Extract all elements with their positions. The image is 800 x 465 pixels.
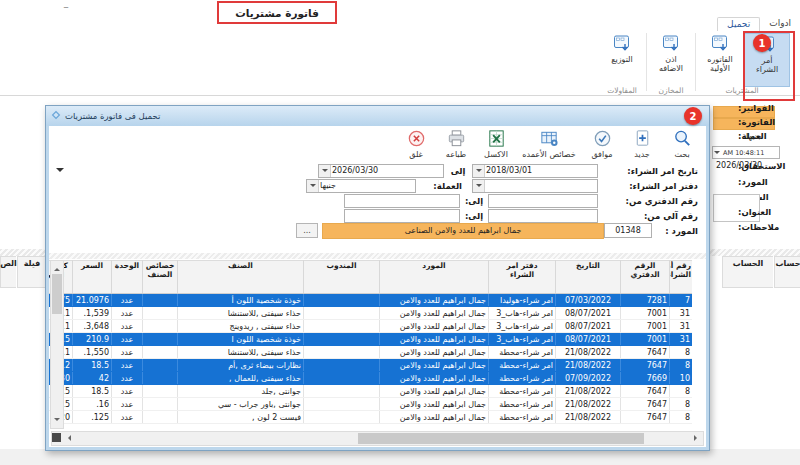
cell-unit[interactable]: عدد — [112, 346, 143, 359]
cell-date[interactable]: 07/03/2022 — [556, 294, 621, 307]
cell-book[interactable]: امر شراء-محطة — [489, 411, 556, 424]
cell-ledger_no[interactable]: 7647 — [621, 346, 670, 359]
col-book[interactable]: دفتر امرالشراء — [489, 261, 556, 294]
cell-book[interactable]: امر شراء-محطة — [489, 372, 556, 385]
cell-rep[interactable] — [304, 385, 380, 398]
cell-price[interactable]: 16. — [73, 398, 112, 411]
cell-ledger_no[interactable]: 7001 — [621, 333, 670, 346]
cell-unit[interactable]: عدد — [112, 359, 143, 372]
distribution-button[interactable]: التوزيع — [600, 33, 644, 85]
table-row[interactable]: 31700108/07/2021امر شراء-هاب_3جمال ابراه… — [49, 320, 692, 333]
cell-book[interactable]: امر شراء-هاب_3 — [489, 333, 556, 346]
cell-book[interactable]: امر شراء-محطة — [489, 346, 556, 359]
excel-button[interactable]: الاكسل — [476, 128, 516, 164]
cell-supplier[interactable]: جمال ابراهيم للعدد والامن — [380, 372, 489, 385]
cell-price[interactable]: 42 — [73, 372, 112, 385]
initial-invoice-button[interactable]: الفاتوره الأولية — [698, 33, 742, 85]
cell-price[interactable]: 3,648. — [73, 320, 112, 333]
scroll-up-icon[interactable] — [54, 265, 60, 271]
cell-ledger_no[interactable]: 7281 — [621, 294, 670, 307]
col-rep[interactable]: المندوب — [304, 261, 380, 294]
cell-ledger_no[interactable]: 7001 — [621, 307, 670, 320]
add-permission-button[interactable]: اذن الاضافه — [649, 33, 693, 85]
cell-price[interactable]: 1,550. — [73, 346, 112, 359]
print-button[interactable]: طباعه — [436, 128, 476, 164]
cell-date[interactable]: 21/08/2022 — [556, 359, 621, 372]
cell-props[interactable] — [143, 359, 178, 372]
cell-supplier[interactable]: جمال ابراهيم للعدد والامن — [380, 320, 489, 333]
horizontal-scroll-thumb[interactable] — [358, 433, 644, 444]
cell-props[interactable] — [143, 333, 178, 346]
cell-item[interactable]: خوذة شخصية اللون أ — [178, 294, 304, 307]
cell-price[interactable]: 18.5 — [73, 359, 112, 372]
cell-item[interactable]: حذاء سيفتى ,للاستنشا — [178, 346, 304, 359]
cell-rep[interactable] — [304, 346, 380, 359]
scrollbar-grip[interactable] — [52, 433, 61, 442]
cell-rep[interactable] — [304, 294, 380, 307]
col-item[interactable]: الصنف — [178, 261, 304, 294]
scroll-down-icon[interactable] — [54, 418, 60, 424]
table-row[interactable]: 8764721/08/2022امر شراء-محطةجمال ابراهيم… — [49, 385, 692, 398]
cell-order_no[interactable]: 7 — [670, 294, 693, 307]
dialog-currency-combo[interactable]: جنيها — [306, 179, 416, 193]
cell-date[interactable]: 08/07/2021 — [556, 333, 621, 346]
cell-ledger_no[interactable]: 7669 — [621, 372, 670, 385]
cell-order_no[interactable]: 31 — [670, 320, 693, 333]
cell-date[interactable]: 21/08/2022 — [556, 346, 621, 359]
cell-order_no[interactable]: 8 — [670, 411, 693, 424]
cell-order_no[interactable]: 31 — [670, 333, 693, 346]
cell-unit[interactable]: عدد — [112, 320, 143, 333]
table-row[interactable]: 8764721/08/2022امر شراء-محطةجمال ابراهيم… — [49, 398, 692, 411]
dropdown-caret-icon[interactable] — [56, 168, 64, 176]
cell-book[interactable]: امر شراء-هوليدا — [489, 294, 556, 307]
cell-props[interactable] — [143, 411, 178, 424]
col-price[interactable]: السعر — [73, 261, 112, 294]
cell-book[interactable]: امر شراء-محطة — [489, 359, 556, 372]
cell-price[interactable]: 18.5 — [73, 385, 112, 398]
tab-tools[interactable]: ادوات — [760, 17, 800, 32]
cell-props[interactable] — [143, 307, 178, 320]
time-combo[interactable]: 10:48:11 AM — [712, 146, 780, 159]
cell-price[interactable]: 1,539. — [73, 307, 112, 320]
cell-supplier[interactable]: جمال ابراهيم للعدد والامن — [380, 333, 489, 346]
cell-ledger_no[interactable]: 7647 — [621, 398, 670, 411]
ledger-from-input[interactable] — [488, 194, 598, 208]
cell-date[interactable]: 08/07/2021 — [556, 320, 621, 333]
cell-rep[interactable] — [304, 333, 380, 346]
cell-book[interactable]: امر شراء-محطة — [489, 398, 556, 411]
col-ledger_no[interactable]: الرقمالدفتري — [621, 261, 670, 294]
cell-rep[interactable] — [304, 320, 380, 333]
col-unit[interactable]: الوحدة — [112, 261, 143, 294]
cell-item[interactable]: حذاء سيفتى , ريدوينج — [178, 320, 304, 333]
browse-button[interactable]: ... — [296, 223, 318, 238]
cell-props[interactable] — [143, 385, 178, 398]
cell-order_no[interactable]: 31 — [670, 307, 693, 320]
cell-unit[interactable]: عدد — [112, 411, 143, 424]
horizontal-scrollbar[interactable] — [51, 431, 704, 446]
column-properties-button[interactable]: خصائص الأعمده — [516, 128, 582, 164]
table-row[interactable]: 8764721/08/2022امر شراء-محطةجمال ابراهيم… — [49, 346, 692, 359]
cell-rep[interactable] — [304, 398, 380, 411]
col-supplier[interactable]: المورد — [380, 261, 489, 294]
close-button[interactable]: غلق — [396, 128, 436, 164]
cell-ledger_no[interactable]: 7647 — [621, 411, 670, 424]
cell-unit[interactable]: عدد — [112, 307, 143, 320]
cell-unit[interactable]: عدد — [112, 372, 143, 385]
cell-supplier[interactable]: جمال ابراهيم للعدد والامن — [380, 359, 489, 372]
ledger-to-input[interactable] — [344, 194, 460, 208]
cell-props[interactable] — [143, 346, 178, 359]
cell-item[interactable]: جوانتى ,باور جراب - سي — [178, 398, 304, 411]
cell-rep[interactable] — [304, 307, 380, 320]
cell-supplier[interactable]: جمال ابراهيم للعدد والامن — [380, 294, 489, 307]
cell-date[interactable]: 21/08/2022 — [556, 398, 621, 411]
cell-date[interactable]: 21/08/2022 — [556, 411, 621, 424]
cell-price[interactable]: 210.9 — [73, 333, 112, 346]
auto-to-input[interactable] — [344, 209, 460, 223]
new-button[interactable]: جديد — [622, 128, 662, 164]
cell-item[interactable]: خوذة شخصية اللون ا — [178, 333, 304, 346]
cell-rep[interactable] — [304, 411, 380, 424]
cell-order_no[interactable]: 10 — [670, 372, 693, 385]
cell-item[interactable]: نظارات بيضاء ثرى ,أم — [178, 359, 304, 372]
cell-rep[interactable] — [304, 359, 380, 372]
cell-unit[interactable]: عدد — [112, 294, 143, 307]
